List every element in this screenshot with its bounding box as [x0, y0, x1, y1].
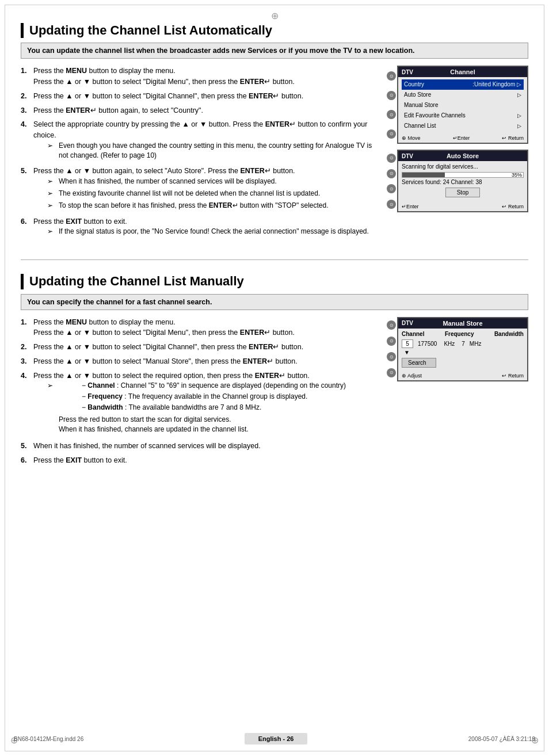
screen2-scan-area: Scanning for digital services... 35% Ser…	[398, 161, 527, 202]
section-manual-update: Updating the Channel List Manually You c…	[21, 274, 528, 469]
s2-step3-number: 3.	[21, 356, 31, 367]
s2-step4-number: 4.	[21, 371, 31, 438]
col-channel: Channel	[402, 331, 424, 337]
screen1-footer: ⊕ Move ↵Enter ↩ Return	[398, 133, 527, 143]
progress-pct: 35%	[512, 172, 522, 178]
section1-body: 1. Press the MENU button to display the …	[21, 66, 528, 242]
step5-note3-text: To stop the scan before it has finished,…	[59, 201, 329, 211]
step4-note1: ➢ Even though you have changed the count…	[47, 141, 378, 161]
s2-step6-content: Press the EXIT button to exit.	[33, 455, 378, 466]
sub-note-bandwidth: − Bandwidth : The available bandwidths a…	[82, 403, 346, 413]
s2-step1: 1. Press the MENU button to display the …	[21, 317, 378, 339]
menu-editfav-arrow: ▷	[517, 112, 521, 120]
step4-note1-text: Even though you have changed the country…	[59, 141, 378, 161]
step5: 5. Press the ▲ or ▼ button again, to sel…	[21, 166, 378, 212]
menu-autostore-arrow: ▷	[517, 91, 521, 99]
channel-value: 5	[402, 339, 413, 348]
col-bandwidth: Bandwidth	[494, 331, 524, 337]
screen3-title: Manual Store	[413, 320, 512, 327]
menu-item-manualstore: Manual Store	[402, 100, 524, 110]
footer-center: English - 26	[245, 733, 308, 744]
down-arrow-icon: ▼	[404, 349, 524, 356]
search-button[interactable]: Search	[402, 358, 436, 368]
s2-step4-subnotes: − Channel : Channel "5" to "69" in seque…	[59, 381, 346, 435]
screen2-autostore: DTV Auto Store Scanning for digital serv…	[397, 150, 528, 212]
screen3-header: DTV Manual Store	[398, 318, 527, 329]
step2-content: Press the ▲ or ▼ button to select "Digit…	[33, 91, 378, 102]
note-arrow-icon: ➢	[47, 141, 56, 161]
col-frequency: Frequency	[445, 331, 474, 337]
screen1-icons: ⊙ ⊙ ⊙ ⊙	[387, 66, 396, 144]
tv-screens-section2: ⊙ ⊙ ⊙ ⊙ DTV Manual Store Chan	[387, 317, 528, 381]
bw-value: 7	[462, 341, 465, 347]
section2-intro: You can specify the channel for a fast c…	[21, 294, 528, 310]
progress-fill	[402, 173, 445, 177]
screen1-footer-move: ⊕ Move	[402, 135, 421, 141]
s2-step2-content: Press the ▲ or ▼ button to select "Digit…	[33, 342, 378, 353]
screen3-manualstore: DTV Manual Store Channel Frequency Bandw…	[397, 317, 528, 381]
s2-step6: 6. Press the EXIT button to exit.	[21, 455, 378, 466]
screen2-header: DTV Auto Store	[398, 151, 527, 161]
s2-step3-content: Press the ▲ or ▼ button to select "Manua…	[33, 356, 378, 367]
s2-step2-number: 2.	[21, 342, 31, 353]
menu-item-editfav: Edit Favourite Channels ▷	[402, 110, 524, 121]
step3-content: Press the ENTER↵ button again, to select…	[33, 105, 378, 116]
menu-country-value: :United Kingdom ▷	[472, 81, 521, 89]
screen2-footer-enter: ↵Enter	[402, 204, 419, 209]
screen3-wrapper: ⊙ ⊙ ⊙ ⊙ DTV Manual Store Chan	[387, 317, 528, 381]
step6-content: Press the EXIT button to exit. ➢ If the …	[33, 216, 378, 239]
section1-steps: 1. Press the MENU button to display the …	[21, 66, 378, 239]
s2-step3: 3. Press the ▲ or ▼ button to select "Ma…	[21, 356, 378, 367]
screen1-icon1: ⊙	[387, 71, 396, 81]
progress-bar: 35%	[402, 172, 524, 178]
step6-note1: ➢ If the signal status is poor, the "No …	[47, 227, 378, 236]
note6-arrow-icon: ➢	[47, 227, 56, 236]
step4-content: Select the appropriate country by pressi…	[33, 119, 378, 162]
section1-title: Updating the Channel List Automatically	[21, 23, 528, 38]
footer-right: 2008-05-07 ¿ÀÈÄ 3:21:19	[468, 736, 535, 742]
menu-item-autostore: Auto Store ▷	[402, 90, 524, 100]
step5-content: Press the ▲ or ▼ button again, to select…	[33, 166, 378, 212]
sub-note-frequency: − Frequency : The frequency available in…	[82, 392, 346, 402]
step6-number: 6.	[21, 216, 31, 239]
note3-arrow-icon: ➢	[47, 201, 56, 211]
s2-step1-number: 1.	[21, 317, 31, 339]
s2-step4-note: ➢ − Channel : Channel "5" to "69" in seq…	[47, 381, 378, 435]
s2-step6-number: 6.	[21, 455, 31, 466]
menu-item-country: Country :United Kingdom ▷	[402, 79, 524, 90]
screen1-dtv: DTV	[402, 69, 413, 75]
s2-note-arrow1: ➢	[47, 381, 56, 435]
section2-body: 1. Press the MENU button to display the …	[21, 317, 528, 469]
step3-number: 3.	[21, 105, 31, 116]
s2-step5: 5. When it has finished, the number of s…	[21, 441, 378, 452]
s2-step5-content: When it has finished, the number of scan…	[33, 441, 378, 452]
step2: 2. Press the ▲ or ▼ button to select "Di…	[21, 91, 378, 102]
step3: 3. Press the ENTER↵ button again, to sel…	[21, 105, 378, 116]
screen1-menu: Country :United Kingdom ▷ Auto Store ▷ M…	[398, 77, 527, 133]
menu-country-label: Country	[404, 81, 424, 89]
stop-button[interactable]: Stop	[445, 188, 480, 197]
menu-channellist-arrow: ▷	[517, 123, 521, 130]
bw-unit: MHz	[470, 341, 482, 347]
s2-step2: 2. Press the ▲ or ▼ button to select "Di…	[21, 342, 378, 353]
screen3-footer: ⊕ Adjust ↩ Return	[398, 371, 527, 380]
screen2-icon1: ⊙	[387, 154, 396, 163]
step4: 4. Select the appropriate country by pre…	[21, 119, 378, 162]
screen2-icon2: ⊙	[387, 169, 396, 178]
menu-manualstore-label: Manual Store	[404, 101, 438, 109]
section-auto-update: Updating the Channel List Automatically …	[21, 23, 528, 242]
tv-screens-section1: ⊙ ⊙ ⊙ ⊙ DTV Channel Country	[387, 66, 528, 212]
screen1-wrapper: ⊙ ⊙ ⊙ ⊙ DTV Channel Country	[387, 66, 528, 144]
sub-note-red: Press the red button to start the scan f…	[59, 415, 346, 434]
step6: 6. Press the EXIT button to exit. ➢ If t…	[21, 216, 378, 239]
screen2-title: Auto Store	[413, 152, 512, 159]
section1-intro: You can update the channel list when the…	[21, 43, 528, 59]
screen3-footer-return: ↩ Return	[502, 373, 524, 379]
step5-note3: ➢ To stop the scan before it has finishe…	[47, 201, 378, 211]
section-divider	[21, 259, 528, 260]
screen1-header: DTV Channel	[398, 67, 527, 77]
screen3-icon4: ⊙	[387, 368, 396, 377]
screen1-footer-return: ↩ Return	[502, 135, 524, 141]
screen3-manual-area: Channel Frequency Bandwidth 5 177500 KHz…	[398, 329, 527, 371]
scan-label-text: Scanning for digital services...	[402, 163, 524, 170]
